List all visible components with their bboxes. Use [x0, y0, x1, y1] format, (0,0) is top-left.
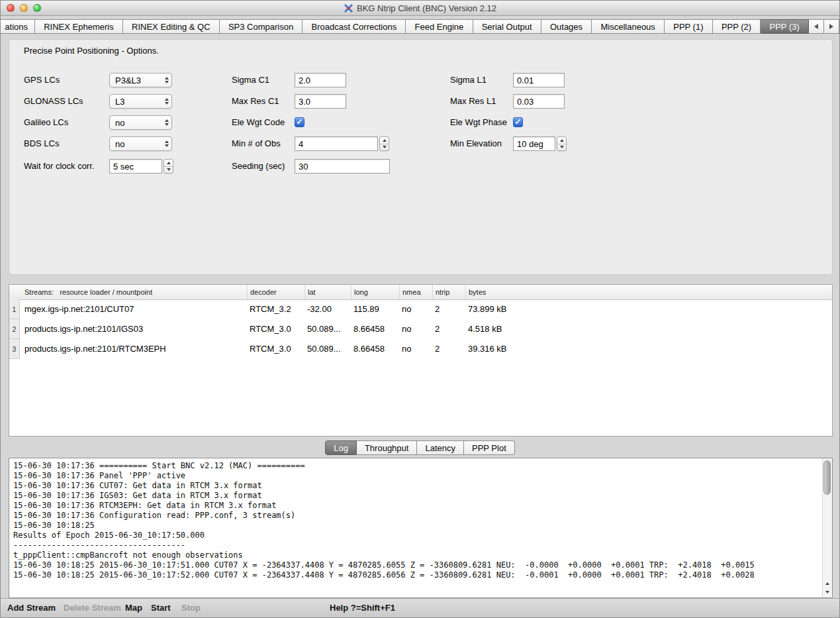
tab-bar: ations RINEX Ephemeris RINEX Editing & Q… — [1, 15, 839, 38]
title-bar: BKG Ntrip Client (BNC) Version 2.12 — [1, 1, 839, 16]
log-line: 15-06-30 10:18:25 2015-06-30_10:17:51.00… — [13, 560, 819, 570]
galileo-lcs-label: Galileo LCs — [24, 115, 68, 130]
min-obs-stepper[interactable] — [379, 136, 389, 151]
cell-mountpoint: products.igs-ip.net:2101/RTCM3EPH — [24, 339, 166, 359]
app-window: BKG Ntrip Client (BNC) Version 2.12 atio… — [0, 0, 840, 618]
ele-wgt-phase-checkbox[interactable] — [513, 117, 523, 127]
wait-clock-label: Wait for clock corr. — [24, 159, 94, 174]
header-nmea: nmea — [400, 285, 433, 299]
cell-bytes: 39.316 kB — [468, 339, 507, 359]
tab-miscellaneous[interactable]: Miscellaneous — [592, 19, 665, 34]
close-window-button[interactable] — [7, 4, 15, 12]
tab-ppp-1[interactable]: PPP (1) — [665, 19, 713, 34]
view-tab-throughput[interactable]: Throughput — [357, 440, 418, 455]
min-elevation-input[interactable] — [513, 136, 555, 151]
updown-arrows-icon — [162, 140, 169, 147]
cell-nmea: no — [402, 319, 411, 339]
max-res-l1-input[interactable] — [513, 94, 565, 109]
gps-lcs-select[interactable]: P3&L3 — [109, 73, 172, 87]
updown-arrows-icon — [162, 77, 169, 83]
table-row[interactable]: 3 products.igs-ip.net:2101/RTCM3EPH RTCM… — [9, 339, 832, 359]
tab-observations[interactable]: ations — [1, 19, 35, 34]
view-tab-log[interactable]: Log — [325, 440, 357, 455]
table-row[interactable]: 2 products.igs-ip.net:2101/IGS03 RTCM_3.… — [9, 319, 832, 339]
tab-broadcast-corrections[interactable]: Broadcast Corrections — [303, 19, 406, 34]
window-title: BKG Ntrip Client (BNC) Version 2.12 — [357, 3, 496, 13]
tab-serial-output[interactable]: Serial Output — [473, 19, 541, 34]
bds-lcs-value: no — [115, 139, 124, 149]
seeding-input[interactable] — [295, 159, 390, 174]
log-line: 15-06-30 10:17:36 CUT07: Get data in RTC… — [13, 481, 819, 491]
view-tab-latency[interactable]: Latency — [417, 440, 464, 455]
sigma-l1-input[interactable] — [513, 73, 565, 87]
gps-lcs-label: GPS LCs — [24, 73, 60, 87]
log-lines: 15-06-30 10:17:36 ========== Start BNC v… — [13, 461, 819, 580]
min-obs-label: Min # of Obs — [232, 136, 281, 151]
max-res-l1-label: Max Res L1 — [450, 94, 496, 109]
tab-rinex-editing-qc[interactable]: RINEX Editing & QC — [123, 19, 220, 34]
gps-lcs-value: P3&L3 — [115, 76, 141, 85]
log-line: 15-06-30 10:17:36 IGS03: Get data in RTC… — [13, 491, 819, 501]
action-bar: Add Stream Delete Stream Map Start Stop … — [1, 598, 839, 617]
tab-sp3-comparison[interactable]: SP3 Comparison — [220, 19, 303, 34]
row-number: 2 — [9, 319, 20, 339]
max-res-c1-label: Max Res C1 — [232, 94, 279, 109]
glonass-lcs-select[interactable]: L3 — [109, 94, 172, 109]
tab-ppp-3[interactable]: PPP (3) — [761, 19, 809, 34]
scroll-down-button[interactable] — [823, 588, 832, 596]
add-stream-button[interactable]: Add Stream — [7, 599, 56, 617]
tab-outages[interactable]: Outages — [541, 19, 592, 34]
ele-wgt-code-label: Ele Wgt Code — [232, 115, 285, 130]
min-obs-input[interactable] — [295, 136, 378, 151]
max-res-c1-input[interactable] — [295, 94, 346, 109]
header-ntrip: ntrip — [433, 285, 466, 299]
min-elevation-stepper[interactable] — [557, 136, 567, 151]
table-row[interactable]: 1 mgex.igs-ip.net:2101/CUT07 RTCM_3.2 -3… — [9, 299, 832, 319]
cell-ntrip: 2 — [435, 319, 440, 339]
cell-long: 115.89 — [353, 299, 379, 319]
scrollbar-thumb[interactable] — [823, 460, 831, 495]
ele-wgt-code-checkbox[interactable] — [295, 117, 304, 127]
window-title-area: BKG Ntrip Client (BNC) Version 2.12 — [344, 3, 496, 13]
log-line: 15-06-30 10:18:25 — [13, 521, 819, 531]
scroll-up-button[interactable] — [823, 579, 832, 588]
updown-arrows-icon — [162, 119, 169, 126]
map-button[interactable]: Map — [125, 599, 142, 617]
log-line: ------------------------------------ — [13, 541, 819, 550]
view-tab-ppp-plot[interactable]: PPP Plot — [464, 440, 515, 455]
cell-mountpoint: mgex.igs-ip.net:2101/CUT07 — [24, 299, 134, 319]
cell-ntrip: 2 — [435, 339, 440, 359]
log-line: t_pppClient::cmpBancroft not enough obse… — [13, 550, 819, 560]
header-long: long — [351, 285, 400, 299]
zoom-window-button[interactable] — [33, 4, 41, 12]
cell-lat: 50.089... — [307, 319, 341, 339]
cell-mountpoint: products.igs-ip.net:2101/IGS03 — [24, 319, 143, 339]
log-panel: 15-06-30 10:17:36 ========== Start BNC v… — [9, 458, 833, 598]
cell-bytes: 73.899 kB — [468, 299, 507, 319]
tab-ppp-2[interactable]: PPP (2) — [713, 19, 761, 34]
view-tab-bar: Log Throughput Latency PPP Plot — [1, 440, 839, 455]
tab-scroll-left-button[interactable] — [809, 19, 824, 34]
log-line: 15-06-30 10:17:36 Panel 'PPP' active — [13, 471, 819, 481]
wait-clock-stepper[interactable] — [163, 159, 173, 174]
wait-clock-input[interactable] — [109, 159, 162, 174]
sigma-c1-input[interactable] — [295, 73, 346, 87]
cell-ntrip: 2 — [435, 299, 440, 319]
arrow-up-icon — [825, 582, 829, 585]
tab-scroll-right-button[interactable] — [824, 19, 839, 34]
cell-nmea: no — [402, 339, 411, 359]
log-line: 15-06-30 10:17:36 ========== Start BNC v… — [13, 461, 819, 471]
delete-stream-button: Delete Stream — [64, 599, 121, 617]
start-button[interactable]: Start — [151, 599, 171, 617]
cell-decoder: RTCM_3.0 — [250, 319, 291, 339]
bds-lcs-select[interactable]: no — [109, 136, 172, 151]
arrow-down-icon — [825, 591, 829, 593]
tab-rinex-ephemeris[interactable]: RINEX Ephemeris — [35, 19, 123, 34]
cell-nmea: no — [402, 299, 411, 319]
minimize-window-button[interactable] — [20, 4, 28, 12]
tab-feed-engine[interactable]: Feed Engine — [406, 19, 473, 34]
log-scrollbar[interactable] — [822, 458, 832, 597]
galileo-lcs-select[interactable]: no — [109, 115, 172, 130]
updown-arrows-icon — [162, 98, 169, 105]
cell-decoder: RTCM_3.2 — [250, 299, 291, 319]
